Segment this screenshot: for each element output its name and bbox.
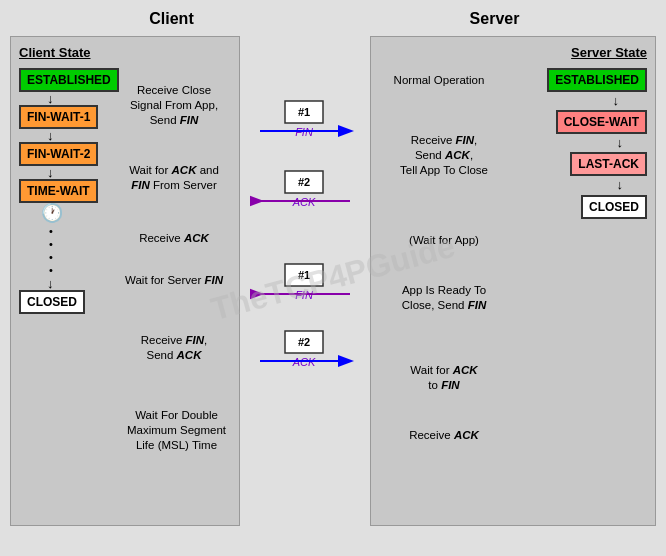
client-title: Client [22,10,322,28]
server-established-box: ESTABLISHED [547,68,647,92]
server-desc2: Receive FIN,Send ACK,Tell App To Close [379,133,509,178]
server-desc6: Receive ACK [379,428,509,443]
server-panel-title: Server State [379,45,647,60]
server-desc4: App Is Ready ToClose, Send FIN [379,283,509,313]
title-row: Client Server [10,10,656,28]
client-established-box: ESTABLISHED [19,68,119,92]
arrows-svg: #1 FIN [250,36,360,526]
client-desc6: Wait For DoubleMaximum SegmentLife (MSL)… [109,408,244,453]
svg-text:#1: #1 [298,106,310,118]
client-panel: Client State ESTABLISHED ↓ FIN-WAIT-1 [10,36,240,526]
server-closewait-box: CLOSE-WAIT [556,110,647,134]
server-desc1: Normal Operation [379,73,499,88]
svg-text:#2: #2 [298,336,310,348]
server-closed-box: CLOSED [581,195,647,219]
client-closed-box: CLOSED [19,290,85,314]
client-panel-title: Client State [19,45,231,60]
client-finwait1-box: FIN-WAIT-1 [19,105,98,129]
client-desc1: Receive CloseSignal From App,Send FIN [109,83,239,128]
svg-text:#1: #1 [298,269,310,281]
server-desc5: Wait for ACKto FIN [379,363,509,393]
panels: Client State ESTABLISHED ↓ FIN-WAIT-1 [10,36,656,526]
server-desc3: (Wait for App) [379,233,509,248]
client-desc2: Wait for ACK andFIN From Server [109,163,239,193]
client-timewait-box: TIME-WAIT [19,179,98,203]
main-container: Client Server Client State ESTABLISHED ↓ [0,0,666,556]
svg-text:#2: #2 [298,176,310,188]
arrow-channel: #1 FIN [250,36,360,526]
server-lastack-box: LAST-ACK [570,152,647,176]
server-panel: Server State ESTABLISHED ↓ CLOSE-WAIT [370,36,656,526]
client-desc3: Receive ACK [109,231,239,246]
server-title: Server [345,10,645,28]
client-desc5: Receive FIN,Send ACK [109,333,239,363]
client-desc4: Wait for Server FIN [109,273,239,288]
client-finwait2-box: FIN-WAIT-2 [19,142,98,166]
